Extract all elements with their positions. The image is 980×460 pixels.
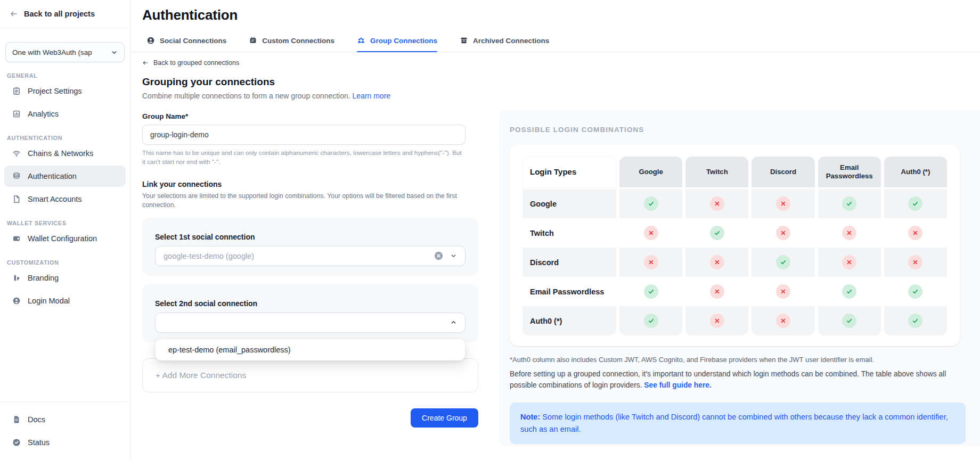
combo-cell <box>818 218 881 248</box>
combo-column-header: Discord <box>752 157 814 187</box>
sidebar-item-label: Status <box>28 438 50 447</box>
tab-social-connections[interactable]: Social Connections <box>146 36 226 52</box>
full-guide-link[interactable]: See full guide here. <box>644 381 712 389</box>
row-label-google: Google <box>522 189 616 218</box>
clipboard-icon <box>12 87 21 95</box>
sidebar-item-project-settings[interactable]: Project Settings <box>4 80 126 102</box>
combo-column-header: Twitch <box>685 157 748 187</box>
combo-cell <box>884 277 947 306</box>
cross-icon <box>710 284 724 299</box>
group-name-label: Group Name* <box>142 112 478 120</box>
chevron-down-icon <box>111 49 118 56</box>
back-to-projects-button[interactable]: Back to all projects <box>0 0 130 28</box>
group-name-help: This name has to be unique and can only … <box>142 149 464 167</box>
combo-cell <box>685 248 748 277</box>
archive-icon <box>460 36 468 45</box>
combo-cell <box>752 189 814 218</box>
sidebar-item-label: Login Modal <box>28 297 70 305</box>
sidebar-item-chains-networks[interactable]: Chains & Networks <box>4 143 126 164</box>
group-name-input[interactable] <box>142 125 466 145</box>
combo-cell <box>884 218 947 248</box>
cross-icon <box>776 314 790 328</box>
learn-more-link[interactable]: Learn more <box>353 92 391 100</box>
check-icon <box>644 314 658 328</box>
row-label-discord: Discord <box>522 248 616 277</box>
tab-custom-connections[interactable]: Custom Connections <box>249 36 334 52</box>
combo-cell <box>752 306 814 335</box>
chevron-down-icon[interactable] <box>450 252 457 259</box>
sidebar-item-label: Smart Accounts <box>28 195 82 203</box>
clear-selection-icon[interactable] <box>434 251 443 260</box>
back-to-projects-label: Back to all projects <box>24 10 95 18</box>
check-icon <box>908 284 922 299</box>
sidebar-item-docs[interactable]: Docs <box>4 409 126 430</box>
combo-column-google: Google <box>619 157 682 335</box>
form-heading: Grouping your connections <box>142 76 478 88</box>
combo-cell <box>818 306 881 335</box>
combo-column-twitch: Twitch <box>685 157 748 335</box>
create-group-button[interactable]: Create Group <box>411 408 478 428</box>
cross-icon <box>908 255 922 269</box>
combo-cell <box>619 306 682 335</box>
combo-cell <box>619 189 682 218</box>
sidebar-item-smart-accounts[interactable]: Smart Accounts <box>4 188 126 210</box>
combo-column-header: Google <box>619 157 682 187</box>
main-area: Authentication Social ConnectionsCustom … <box>130 0 980 460</box>
back-to-grouped-connections-link[interactable]: Back to grouped connections <box>142 59 239 67</box>
tab-label: Group Connections <box>370 37 437 45</box>
combo-cell <box>752 248 814 277</box>
chevron-up-icon[interactable] <box>450 319 457 326</box>
combo-cell <box>685 306 748 335</box>
guide-footnote-text: Before setting up a grouped connection, … <box>510 370 946 389</box>
combo-column-auth0: Auth0 (*) <box>884 157 947 335</box>
add-more-connections-label: + Add More Connections <box>156 371 246 380</box>
cross-icon <box>776 226 790 240</box>
cross-icon <box>842 226 856 240</box>
check-icon <box>842 314 856 328</box>
form-subheading-text: Combine multiple connections to form a n… <box>142 92 350 100</box>
sidebar-item-label: Branding <box>28 274 59 282</box>
add-more-connections-button[interactable]: + Add More Connections <box>142 358 478 392</box>
wifi-icon <box>12 149 21 158</box>
sidebar-item-login-modal[interactable]: Login Modal <box>4 290 126 311</box>
combo-cell <box>884 248 947 277</box>
sidebar-item-label: Project Settings <box>28 87 82 95</box>
project-selector-value: One with Web3Auth (sap <box>12 48 111 56</box>
cross-icon <box>644 226 658 240</box>
sidebar-item-status[interactable]: Status <box>4 432 126 453</box>
login-types-column: Login TypesGoogleTwitchDiscordEmail Pass… <box>522 157 616 335</box>
tab-group-connections[interactable]: Group Connections <box>357 36 437 52</box>
sidebar-item-analytics[interactable]: Analytics <box>4 103 126 125</box>
combo-cell <box>619 248 682 277</box>
combo-cell <box>685 218 748 248</box>
check-icon <box>776 255 790 269</box>
row-label-email-passwordless: Email Passwordless <box>522 277 616 306</box>
combo-column-header: Auth0 (*) <box>884 157 947 187</box>
sidebar-item-wallet-configuration[interactable]: Wallet Configuration <box>4 228 126 249</box>
check-icon <box>710 226 724 240</box>
file-icon <box>12 195 21 203</box>
select-second-connection-label: Select 2nd social connection <box>155 299 466 308</box>
tab-archived-connections[interactable]: Archived Connections <box>460 36 549 52</box>
row-label-auth0: Auth0 (*) <box>522 306 616 335</box>
first-connection-select[interactable]: google-test-demo (google) <box>155 246 466 266</box>
login-combinations-panel: POSSIBLE LOGIN COMBINATIONS Login TypesG… <box>499 110 980 446</box>
sidebar-item-authentication[interactable]: Authentication <box>4 166 126 187</box>
second-connection-select[interactable]: ep-test-demo (email_passwordless) <box>155 313 466 333</box>
combo-cell <box>884 306 947 335</box>
cross-icon <box>710 255 724 269</box>
first-connection-value: google-test-demo (google) <box>164 252 254 260</box>
combo-cell <box>619 218 682 248</box>
connection-dropdown: ep-test-demo (email_passwordless) <box>156 339 465 360</box>
note-text: Some login methods (like Twitch and Disc… <box>520 413 948 433</box>
dropdown-option[interactable]: ep-test-demo (email_passwordless) <box>156 339 465 360</box>
person-circle-icon <box>146 36 155 45</box>
sidebar-item-label: Analytics <box>28 110 59 118</box>
combo-cell <box>619 277 682 306</box>
check-icon <box>644 196 658 211</box>
second-connection-card: Select 2nd social connection ep-test-dem… <box>142 284 478 342</box>
sidebar-item-branding[interactable]: Branding <box>4 267 126 289</box>
tab-label: Social Connections <box>160 37 226 45</box>
project-selector[interactable]: One with Web3Auth (sap <box>5 42 125 62</box>
app-window: Back to all projects One with Web3Auth (… <box>0 0 980 460</box>
